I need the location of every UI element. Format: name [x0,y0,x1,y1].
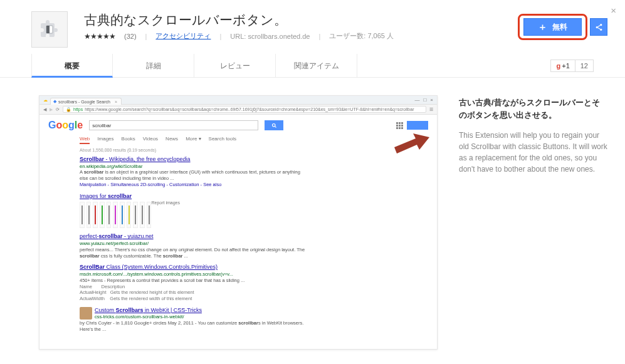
description-body: This Extension will help you to regain y… [459,130,607,175]
tabs: 概要 詳細 レビュー 関連アイテム g+1 12 [0,54,625,78]
reviews-count[interactable]: (32) [124,33,137,40]
gplus-count: 12 [575,60,594,72]
google-search-button [265,120,283,130]
install-button[interactable]: ＋ 無料 [523,18,582,36]
svg-rect-1 [46,26,50,33]
share-button[interactable] [590,18,607,36]
svg-point-5 [272,123,275,127]
users-count: ユーザー数: 7,065 人 [329,31,394,41]
google-nav: Web Images Books Videos News More ▾ Sear… [80,136,428,144]
search-result: Scrollbar - Wikipedia, the free encyclop… [80,156,305,188]
description-panel: 古い古典/昔ながらスクロールバーとそのボタンを思い出させる。 This Exte… [459,95,607,350]
search-result: ScrollBar Class (System.Windows.Controls… [80,264,305,301]
svg-point-4 [600,28,602,30]
category-link[interactable]: アクセシビリティ [155,31,211,41]
plus-icon: ＋ [538,21,547,33]
apps-icon [396,122,403,129]
tab-details[interactable]: 詳細 [113,54,194,78]
google-logo: Google [48,120,83,131]
tab-related[interactable]: 関連アイテム [276,54,357,78]
google-search-box: scrollbar [89,120,258,130]
install-highlight: ＋ 無料 [518,14,587,40]
url-value: scrollbars.oneted.de [248,33,310,40]
url-label: URL: [230,33,246,40]
svg-point-2 [600,24,602,26]
rating-stars: ★★★★★ [84,32,115,41]
annotation-arrow [394,132,429,155]
search-result: perfect-scrollbar - yuiazu.netwww.yuiazu… [80,233,305,259]
screenshot: ☁ ◆scrollbars - Google Search× —□× ◀▶⟳ 🔒… [39,95,438,350]
description-headline: 古い古典/昔ながらスクロールバーとそのボタンを思い出させる。 [459,96,607,121]
extension-icon [31,11,68,48]
search-result: Custom Scrollbars in WebKit | CSS-Tricks… [80,307,305,333]
svg-point-3 [596,26,597,28]
header: 古典的なスクロールバーボタン。 ★★★★★ (32) | アクセシビリティ | … [0,0,625,54]
browser-tab: ◆scrollbars - Google Search× [50,98,122,105]
search-result: Images for scrollbarReport images [80,193,305,229]
tab-overview[interactable]: 概要 [31,54,113,78]
gplus-button[interactable]: g+1 [550,60,575,72]
result-stats: About 1,550,000 results (0.19 seconds) [80,148,428,152]
tab-reviews[interactable]: レビュー [194,54,276,78]
